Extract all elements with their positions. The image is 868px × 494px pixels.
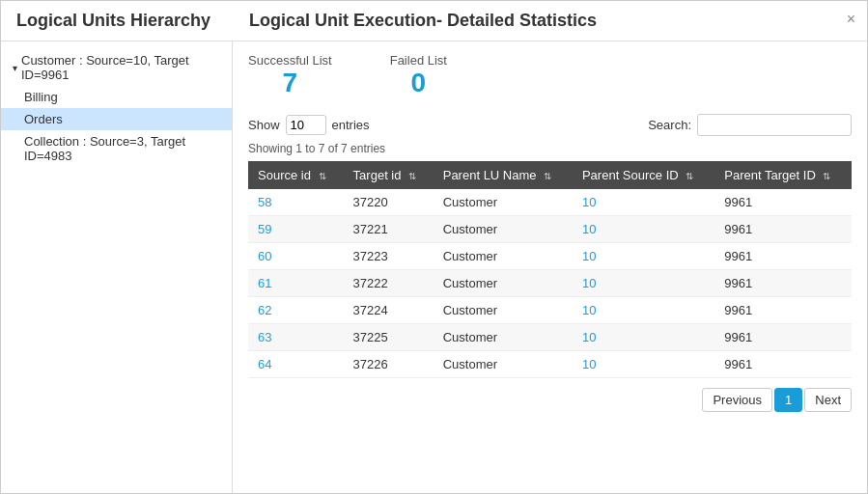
cell-parent-target-id: 9961 (714, 216, 852, 243)
cell-parent-target-id: 9961 (714, 270, 852, 297)
successful-stat: Successful List 7 (248, 53, 332, 98)
failed-label: Failed List (390, 53, 447, 68)
right-panel-title: Logical Unit Execution- Detailed Statist… (249, 11, 852, 31)
cell-parent-source-id[interactable]: 10 (573, 189, 714, 216)
cell-source-id[interactable]: 63 (248, 324, 344, 351)
table-row: 62 37224 Customer 10 9961 (248, 297, 852, 324)
sort-icon-parent-lu-name: ⇅ (544, 171, 551, 181)
pagination: Previous 1 Next (248, 388, 852, 412)
sidebar-item-collection-label: Collection : Source=3, Target ID=4983 (24, 134, 220, 163)
cell-parent-lu-name: Customer (434, 243, 573, 270)
cell-target-id: 37222 (344, 270, 434, 297)
cell-target-id: 37226 (344, 351, 434, 378)
failed-stat: Failed List 0 (390, 53, 447, 98)
data-table: Source id ⇅ Target id ⇅ Parent LU Name ⇅ (248, 161, 852, 378)
cell-parent-source-id[interactable]: 10 (573, 351, 714, 378)
sidebar-item-root[interactable]: ▾ Customer : Source=10, Target ID=9961 (1, 49, 232, 86)
cell-parent-source-id[interactable]: 10 (573, 270, 714, 297)
sidebar-item-billing[interactable]: Billing (1, 86, 232, 108)
cell-source-id[interactable]: 59 (248, 216, 344, 243)
cell-parent-target-id: 9961 (714, 243, 852, 270)
sidebar-item-orders-label: Orders (24, 112, 63, 126)
cell-parent-lu-name: Customer (434, 189, 573, 216)
cell-parent-source-id[interactable]: 10 (573, 324, 714, 351)
col-source-id[interactable]: Source id ⇅ (248, 161, 344, 189)
cell-source-id[interactable]: 60 (248, 243, 344, 270)
search-input[interactable] (697, 114, 852, 136)
cell-parent-target-id: 9961 (714, 297, 852, 324)
stats-row: Successful List 7 Failed List 0 (248, 53, 852, 98)
left-panel-title: Logical Units Hierarchy (16, 11, 210, 31)
search-label: Search: (648, 118, 691, 132)
col-parent-target-id[interactable]: Parent Target ID ⇅ (714, 161, 852, 189)
table-row: 60 37223 Customer 10 9961 (248, 243, 852, 270)
right-panel: Successful List 7 Failed List 0 Show ent… (233, 41, 867, 493)
cell-source-id[interactable]: 62 (248, 297, 344, 324)
cell-parent-target-id: 9961 (714, 351, 852, 378)
entries-label: entries (332, 118, 370, 132)
table-row: 64 37226 Customer 10 9961 (248, 351, 852, 378)
show-label: Show (248, 118, 280, 132)
cell-parent-lu-name: Customer (434, 216, 573, 243)
sort-icon-parent-source-id: ⇅ (686, 171, 693, 181)
failed-value: 0 (390, 68, 447, 98)
cell-parent-target-id: 9961 (714, 324, 852, 351)
cell-target-id: 37223 (344, 243, 434, 270)
cell-parent-lu-name: Customer (434, 324, 573, 351)
cell-target-id: 37225 (344, 324, 434, 351)
cell-parent-lu-name: Customer (434, 351, 573, 378)
sort-icon-source-id: ⇅ (319, 171, 326, 181)
show-entries: Show entries (248, 115, 370, 135)
table-row: 59 37221 Customer 10 9961 (248, 216, 852, 243)
cell-source-id[interactable]: 58 (248, 189, 344, 216)
search-box: Search: (648, 114, 852, 136)
table-controls: Show entries Search: (248, 114, 852, 136)
sidebar-item-billing-label: Billing (24, 90, 58, 104)
page-1-button[interactable]: 1 (774, 388, 802, 412)
cell-parent-source-id[interactable]: 10 (573, 297, 714, 324)
table-row: 61 37222 Customer 10 9961 (248, 270, 852, 297)
cell-target-id: 37220 (344, 189, 434, 216)
cell-parent-lu-name: Customer (434, 270, 573, 297)
close-icon[interactable]: × (847, 11, 855, 28)
cell-parent-source-id[interactable]: 10 (573, 216, 714, 243)
successful-value: 7 (248, 68, 332, 98)
col-target-id[interactable]: Target id ⇅ (344, 161, 434, 189)
col-parent-source-id[interactable]: Parent Source ID ⇅ (573, 161, 714, 189)
showing-text: Showing 1 to 7 of 7 entries (248, 142, 852, 155)
cell-target-id: 37221 (344, 216, 434, 243)
left-panel: ▾ Customer : Source=10, Target ID=9961 B… (1, 41, 233, 493)
cell-parent-target-id: 9961 (714, 189, 852, 216)
cell-source-id[interactable]: 61 (248, 270, 344, 297)
show-entries-input[interactable] (286, 115, 326, 135)
table-row: 63 37225 Customer 10 9961 (248, 324, 852, 351)
tree-arrow-icon: ▾ (13, 63, 17, 73)
sidebar-item-orders[interactable]: Orders (1, 108, 232, 130)
cell-parent-lu-name: Customer (434, 297, 573, 324)
sort-icon-target-id: ⇅ (408, 171, 416, 181)
cell-source-id[interactable]: 64 (248, 351, 344, 378)
cell-parent-source-id[interactable]: 10 (573, 243, 714, 270)
cell-target-id: 37224 (344, 297, 434, 324)
successful-label: Successful List (248, 53, 332, 68)
previous-button[interactable]: Previous (702, 388, 772, 412)
sidebar-item-collection[interactable]: Collection : Source=3, Target ID=4983 (1, 130, 232, 167)
sort-icon-parent-target-id: ⇅ (823, 171, 830, 181)
col-parent-lu-name[interactable]: Parent LU Name ⇅ (434, 161, 573, 189)
sidebar-item-root-label: Customer : Source=10, Target ID=9961 (21, 53, 220, 82)
table-row: 58 37220 Customer 10 9961 (248, 189, 852, 216)
next-button[interactable]: Next (804, 388, 852, 412)
